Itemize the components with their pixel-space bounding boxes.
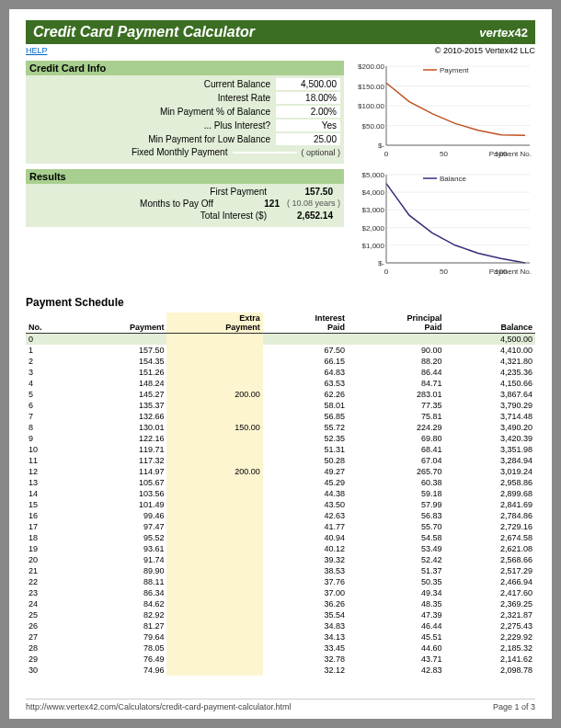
table-cell: 59.18 — [348, 488, 444, 499]
table-cell: 150.00 — [166, 422, 262, 433]
table-cell — [71, 334, 166, 346]
table-row: 1699.4642.6356.832,784.86 — [26, 510, 535, 521]
results-block: First Payment157.50Months to Pay Off121(… — [26, 184, 344, 227]
svg-text:50: 50 — [440, 150, 448, 158]
table-cell: 27 — [26, 631, 71, 643]
table-cell: 2,321.87 — [445, 609, 535, 620]
info-value[interactable] — [233, 152, 297, 154]
table-cell: 44.38 — [263, 488, 348, 499]
info-row: ... Plus Interest?Yes — [26, 119, 344, 132]
table-cell: 24 — [26, 598, 71, 609]
table-cell: 89.90 — [71, 565, 166, 576]
table-cell: 2,899.68 — [445, 488, 535, 499]
svg-text:$100.00: $100.00 — [358, 102, 384, 110]
table-row: 2681.2734.8346.442,275.43 — [26, 620, 535, 631]
table-cell: 17 — [26, 521, 71, 532]
table-cell: 93.61 — [71, 543, 166, 554]
table-row: 2189.9038.5351.372,517.29 — [26, 565, 535, 576]
table-cell: 7 — [26, 411, 71, 422]
table-cell: 4,321.80 — [445, 356, 535, 367]
table-cell: 29 — [26, 654, 71, 665]
table-row: 2582.9235.5447.392,321.87 — [26, 609, 535, 620]
footer-page: Page 1 of 3 — [493, 702, 535, 711]
table-cell: 2,568.66 — [445, 554, 535, 565]
table-cell: 54.58 — [348, 532, 444, 543]
table-cell: 64.83 — [263, 367, 348, 378]
svg-text:$50.00: $50.00 — [362, 122, 385, 131]
table-cell: 82.92 — [71, 609, 166, 620]
table-cell — [166, 334, 262, 346]
table-row: 2091.7439.3252.422,568.66 — [26, 554, 535, 565]
result-value: 2,652.14 — [272, 210, 337, 221]
table-cell: 3,351.98 — [445, 444, 535, 455]
result-row: Total Interest ($)2,652.14 — [26, 210, 344, 222]
table-cell: 2 — [26, 356, 71, 367]
table-cell — [166, 499, 262, 510]
table-row: 1993.6140.1253.492,621.08 — [26, 543, 535, 554]
table-cell: 52.35 — [263, 433, 348, 444]
table-cell: 36.26 — [263, 598, 348, 609]
table-cell: 88.11 — [71, 576, 166, 587]
table-row: 2779.6434.1345.512,229.92 — [26, 631, 535, 643]
column-header: InterestPaid — [263, 313, 348, 334]
svg-text:$3,000: $3,000 — [362, 206, 385, 214]
result-label: First Payment — [29, 187, 272, 197]
table-cell: 43.71 — [348, 654, 444, 665]
info-value[interactable]: 2.00% — [276, 106, 340, 118]
table-cell: 0 — [26, 334, 71, 346]
table-cell: 33.45 — [263, 643, 348, 654]
info-value[interactable]: Yes — [276, 119, 340, 131]
table-cell — [166, 356, 262, 367]
info-value[interactable]: 18.00% — [276, 92, 340, 104]
table-cell: 4 — [26, 378, 71, 389]
table-cell — [166, 576, 262, 587]
table-cell: 3,284.94 — [445, 455, 535, 466]
table-cell: 2,466.94 — [445, 576, 535, 587]
info-value[interactable]: 25.00 — [276, 133, 340, 145]
table-cell — [166, 643, 262, 654]
table-cell: 32.12 — [263, 665, 348, 676]
svg-text:Payment: Payment — [440, 66, 469, 74]
svg-text:0: 0 — [384, 267, 389, 276]
table-cell: 39.32 — [263, 554, 348, 565]
table-cell: 42.63 — [263, 510, 348, 521]
table-row: 12114.97200.0049.27265.703,019.24 — [26, 466, 535, 477]
table-cell: 75.81 — [348, 411, 444, 422]
svg-text:50: 50 — [440, 267, 448, 276]
table-cell: 26 — [26, 620, 71, 631]
table-cell: 11 — [26, 455, 71, 466]
info-label: Current Balance — [29, 79, 276, 89]
table-row: 14103.5644.3859.182,899.68 — [26, 488, 535, 499]
table-cell — [166, 510, 262, 521]
table-cell: 103.56 — [71, 488, 166, 499]
info-value[interactable]: 4,500.00 — [276, 78, 340, 90]
table-cell: 41.77 — [263, 521, 348, 532]
table-cell: 3,867.64 — [445, 389, 535, 400]
table-cell: 2,621.08 — [445, 543, 535, 554]
page-title: Credit Card Payment Calculator — [33, 24, 255, 40]
info-label: Interest Rate — [29, 93, 276, 103]
table-cell: 2,958.86 — [445, 477, 535, 488]
table-cell: 57.99 — [348, 499, 444, 510]
help-link[interactable]: HELP — [26, 46, 48, 55]
info-label: ... Plus Interest? — [29, 120, 276, 131]
table-row: 10119.7151.3168.413,351.98 — [26, 444, 535, 455]
table-cell: 55.70 — [348, 521, 444, 532]
header-bar: Credit Card Payment Calculator vertex42 — [26, 20, 535, 44]
table-cell: 2,784.86 — [445, 510, 535, 521]
vertex42-logo: vertex42 — [479, 26, 528, 40]
table-cell: 10 — [26, 444, 71, 455]
table-cell: 4,150.66 — [445, 378, 535, 389]
table-cell: 35.54 — [263, 609, 348, 620]
result-row: Months to Pay Off121( 10.08 years ) — [26, 198, 344, 210]
table-cell: 25 — [26, 609, 71, 620]
info-row: Interest Rate18.00% — [26, 91, 344, 105]
svg-text:$-: $- — [378, 142, 384, 150]
table-cell — [166, 433, 262, 444]
table-row: 11117.3250.2867.043,284.94 — [26, 455, 535, 466]
table-cell: 49.34 — [348, 587, 444, 598]
table-cell: 58.01 — [263, 400, 348, 411]
table-row: 6135.3758.0177.353,790.29 — [26, 400, 535, 411]
table-cell: 105.67 — [71, 477, 166, 488]
table-cell: 60.38 — [348, 477, 444, 488]
